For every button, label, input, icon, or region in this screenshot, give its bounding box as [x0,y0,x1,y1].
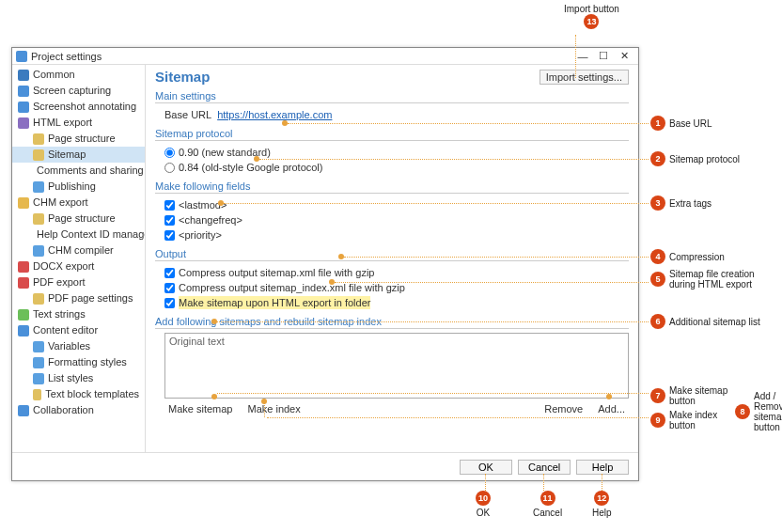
maximize-button[interactable]: ☐ [593,50,614,62]
tree-item-icon [33,245,44,257]
tree-item[interactable]: Screen capturing [12,83,145,99]
tree-item-label: Screenshot annotating [33,100,136,114]
tree-item-icon [18,102,29,113]
proto-090-radio[interactable] [164,148,175,158]
callout-11: 11Cancel [533,491,562,518]
tree-item[interactable]: Page structure [12,211,145,227]
tree-item[interactable]: HTML export [12,115,145,131]
tree-item-icon [18,277,29,289]
make-index-button[interactable]: Make index [243,402,304,415]
changefreq-checkbox[interactable] [164,215,175,226]
callout-3: 3Extra tags [650,196,712,211]
remove-button[interactable]: Remove [540,402,586,415]
callout-8: 8Add / Remove sitemap button [735,391,782,432]
priority-checkbox[interactable] [164,230,175,241]
section-make-fields: Make following fields [155,179,629,194]
tree-item-icon [33,149,44,161]
additional-sitemaps-list[interactable]: Original text [164,333,629,399]
changefreq-label: <changefreq> [179,213,242,227]
tree-item-label: List styles [48,371,93,385]
gzip-sitemap-checkbox[interactable] [164,268,175,278]
callout-13: Import button13 [564,4,619,31]
gzip-index-checkbox[interactable] [164,283,175,293]
tree-item-label: CHM compiler [48,243,114,258]
window-title: Project settings [31,51,102,62]
project-settings-dialog: Project settings — ☐ ✕ CommonScreen capt… [11,47,639,481]
tree-item[interactable]: Text block templates [12,386,145,402]
tree-item-label: Variables [48,339,90,353]
app-icon [16,51,27,62]
tree-item-icon [18,70,29,81]
lastmod-checkbox[interactable] [164,200,175,211]
tree-item[interactable]: DOCX export [12,258,145,274]
tree-item[interactable]: Publishing [12,179,145,195]
callout-5: 5Sitemap file creation during HTML expor… [650,269,763,289]
callout-12: 12Help [592,491,612,518]
tree-item[interactable]: Page structure [12,131,145,147]
tree-item[interactable]: Collaboration [12,402,145,418]
tree-item-icon [18,197,29,209]
settings-tree[interactable]: CommonScreen capturingScreenshot annotat… [12,65,146,452]
tree-item[interactable]: Formatting styles [12,354,145,370]
tree-item[interactable]: CHM compiler [12,243,145,258]
tree-item[interactable]: Variables [12,338,145,354]
tree-item-label: Content editor [33,323,98,337]
tree-item[interactable]: Comments and sharing [12,163,145,179]
tree-item-label: Collaboration [33,403,94,417]
tree-item-label: Comments and sharing [37,164,144,178]
tree-item[interactable]: CHM export [12,195,145,211]
make-on-export-checkbox[interactable] [164,298,175,308]
tree-item-label: PDF export [33,275,86,289]
tree-item[interactable]: Text strings [12,306,145,322]
make-on-export-label: Make sitemap upon HTML export in folder [179,296,370,309]
tree-item[interactable]: PDF export [12,274,145,290]
ok-button[interactable]: OK [460,460,512,475]
base-url-label: Base URL [164,108,211,121]
close-button[interactable]: ✕ [614,50,634,62]
tree-item-label: PDF page settings [48,291,133,305]
tree-item-icon [33,373,44,384]
tree-item-label: Common [33,68,75,82]
tree-item-icon [33,133,44,145]
base-url-value[interactable]: https://host.example.com [217,108,332,121]
callout-10: 10OK [476,491,491,518]
callout-1: 1Base URL [650,116,712,131]
make-sitemap-button[interactable]: Make sitemap [164,402,236,415]
section-sitemap-protocol: Sitemap protocol [155,126,629,141]
cancel-button[interactable]: Cancel [518,460,571,475]
tree-item-label: Sitemap [48,148,86,162]
gzip-sitemap-label: Compress output sitemap.xml file with gz… [179,266,374,279]
tree-item-label: CHM export [33,196,88,210]
tree-item[interactable]: Common [12,67,145,83]
tree-item-icon [33,341,44,352]
tree-item[interactable]: Help Context ID management [12,227,145,243]
tree-item[interactable]: PDF page settings [12,290,145,306]
tree-item[interactable]: Screenshot annotating [12,99,145,115]
callout-7: 7Make sitemap button [650,385,735,406]
tree-item-icon [18,117,29,129]
proto-084-radio[interactable] [164,163,175,173]
list-placeholder: Original text [169,336,225,347]
callout-6: 6Additional sitemap list [650,314,763,329]
proto-084-label: 0.84 (old-style Google protocol) [179,161,322,174]
page-title: Sitemap [155,69,210,85]
tree-item-icon [33,213,44,225]
help-button[interactable]: Help [576,460,629,475]
tree-item-icon [18,325,29,336]
callout-2: 2Sitemap protocol [650,151,740,166]
tree-item-label: Formatting styles [48,355,127,369]
add-button[interactable]: Add... [594,402,629,415]
tree-item-icon [33,389,41,400]
tree-item-label: HTML export [33,116,92,130]
tree-item[interactable]: Sitemap [12,147,145,163]
tree-item-label: Page structure [48,132,116,146]
dialog-footer: OK Cancel Help [12,452,638,480]
gzip-index-label: Compress output sitemap_index.xml file w… [179,281,405,294]
tree-item-icon [33,293,44,305]
tree-item[interactable]: List styles [12,370,145,386]
tree-item-label: Publishing [48,180,96,194]
tree-item-label: Screen capturing [33,84,111,98]
import-settings-button[interactable]: Import settings... [540,70,629,85]
section-main-settings: Main settings [155,88,629,103]
tree-item[interactable]: Content editor [12,322,145,338]
